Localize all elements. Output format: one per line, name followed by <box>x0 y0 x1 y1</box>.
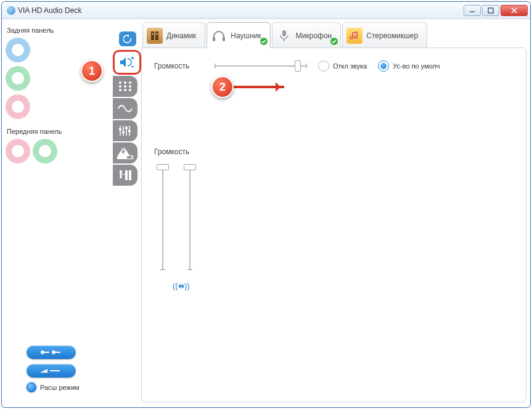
category-strip <box>113 19 141 407</box>
app-icon <box>7 6 15 15</box>
device-tabs: Динамик Наушник <box>142 22 526 48</box>
link-channels-icon: (( )) <box>173 281 190 291</box>
svg-rect-34 <box>151 31 154 40</box>
left-channel-slider[interactable] <box>158 165 168 270</box>
svg-point-36 <box>152 33 153 35</box>
svg-point-14 <box>129 81 131 84</box>
link-channels-button[interactable]: (( )) <box>173 281 514 293</box>
svg-point-18 <box>119 89 121 91</box>
tab-stereomix[interactable]: Стереомикшер <box>342 22 427 48</box>
svg-point-13 <box>124 81 126 84</box>
svg-point-6 <box>52 350 55 354</box>
svg-rect-26 <box>122 131 125 133</box>
default-label: Ус-во по умолч <box>393 62 440 70</box>
matrix-tab-button[interactable] <box>113 76 137 97</box>
wave-tab-button[interactable] <box>113 98 137 119</box>
sidebar: Задняя панель Передняя панель <box>2 19 113 407</box>
channel-volume-label: Громкость <box>154 147 189 156</box>
matrix-icon <box>118 81 132 92</box>
mode-label: Расш режим <box>40 384 80 391</box>
tab-mic-label: Микрофон <box>296 31 332 40</box>
radio-off-icon <box>318 60 329 72</box>
svg-point-37 <box>156 33 158 35</box>
advanced-mode-toggle[interactable]: Расш режим <box>27 382 80 392</box>
svg-rect-7 <box>55 352 60 353</box>
slider-thumb[interactable] <box>295 60 301 72</box>
tab-mic[interactable]: Микрофон <box>272 22 341 48</box>
info-icon <box>39 367 63 374</box>
svg-point-29 <box>126 156 133 159</box>
front-panel-label: Передняя панель <box>7 128 108 135</box>
jack-front-headphone[interactable] <box>33 139 57 163</box>
connector-icon <box>39 349 63 356</box>
default-device-radio[interactable]: Ус-во по умолч <box>378 60 440 72</box>
jack-front-mic[interactable] <box>6 139 30 163</box>
svg-point-17 <box>129 85 131 88</box>
sine-icon <box>118 104 133 114</box>
mute-label: Откл звука <box>333 62 367 70</box>
svg-rect-38 <box>213 37 215 41</box>
minimize-button[interactable] <box>464 5 481 16</box>
slider-track <box>162 165 163 270</box>
svg-rect-28 <box>128 130 131 132</box>
tab-headphone[interactable]: Наушник <box>207 22 270 48</box>
svg-text:((: (( <box>173 281 178 291</box>
close-button[interactable] <box>501 5 528 16</box>
right-channel-slider[interactable] <box>185 165 195 270</box>
mute-radio[interactable]: Откл звука <box>318 60 367 72</box>
svg-point-20 <box>129 89 131 91</box>
active-check-icon <box>260 38 268 47</box>
equalizer-icon <box>118 125 132 136</box>
svg-rect-31 <box>120 173 122 178</box>
svg-rect-41 <box>282 30 286 36</box>
headphone-icon <box>211 28 227 44</box>
volume-label: Громкость <box>154 62 203 70</box>
svg-rect-8 <box>50 370 60 371</box>
svg-rect-1 <box>488 8 493 13</box>
volume-tab-button[interactable] <box>113 50 141 75</box>
rear-panel-label: Задняя панель <box>7 27 108 34</box>
back-icon <box>123 35 132 43</box>
main-area: Динамик Наушник <box>141 19 530 407</box>
svg-rect-33 <box>129 170 131 180</box>
active-check-icon <box>330 38 338 47</box>
volume-plus-icon <box>119 56 135 69</box>
jack-rear-line-in[interactable] <box>6 38 30 62</box>
app-window: VIA HD Audio Deck Задняя панель <box>1 1 531 408</box>
jack-rear-mic[interactable] <box>6 94 30 119</box>
jack-rear-line-out[interactable] <box>6 66 30 91</box>
svg-point-30 <box>120 170 122 173</box>
scene-tab-button[interactable] <box>113 143 137 163</box>
svg-rect-25 <box>119 128 121 130</box>
mic-icon <box>276 28 292 44</box>
scene-icon <box>117 147 133 159</box>
mode-dial-icon <box>27 382 36 392</box>
slider-thumb[interactable] <box>184 164 196 170</box>
tab-headphone-label: Наушник <box>231 31 261 40</box>
room-icon <box>118 169 133 181</box>
titlebar[interactable]: VIA HD Audio Deck <box>2 2 530 19</box>
svg-text:)): )) <box>184 281 190 291</box>
slider-track <box>189 165 190 270</box>
svg-rect-39 <box>223 37 225 41</box>
svg-point-12 <box>119 81 121 84</box>
svg-rect-5 <box>44 352 49 353</box>
info-button[interactable] <box>27 364 76 378</box>
svg-line-44 <box>353 32 357 33</box>
tab-stereomix-label: Стереомикшер <box>366 31 418 40</box>
maximize-button[interactable] <box>482 5 499 16</box>
svg-rect-32 <box>125 170 128 180</box>
speaker-icon <box>147 28 163 44</box>
svg-point-19 <box>124 89 126 91</box>
back-button[interactable] <box>119 31 136 46</box>
master-volume-slider[interactable] <box>215 61 307 71</box>
stereomix-icon <box>346 28 362 44</box>
radio-on-icon <box>378 60 389 72</box>
room-tab-button[interactable] <box>113 165 137 186</box>
svg-point-15 <box>119 85 121 88</box>
slider-track <box>215 65 307 67</box>
slider-thumb[interactable] <box>157 164 169 170</box>
connector-settings-button[interactable] <box>27 345 76 359</box>
tab-speaker[interactable]: Динамик <box>142 22 205 48</box>
equalizer-tab-button[interactable] <box>113 120 137 141</box>
